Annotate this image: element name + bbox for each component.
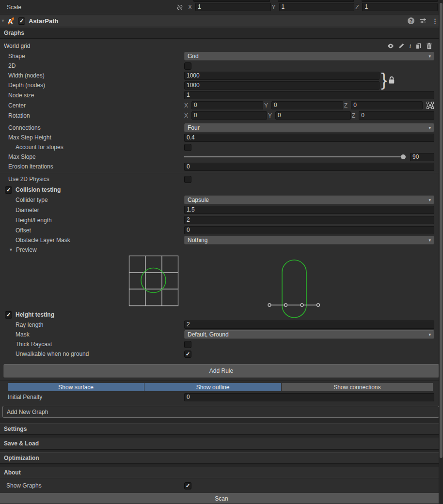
kebab-menu-icon[interactable]: ⋮ [432, 17, 438, 25]
vertical-scrollbar[interactable] [439, 0, 443, 504]
foldout-open-icon[interactable]: ▼ [9, 247, 13, 252]
scale-label: Scale [0, 4, 176, 11]
max-slope-slider-track[interactable] [184, 156, 405, 157]
2d-label: 2D [0, 62, 184, 69]
offset-field[interactable]: 0 [184, 226, 434, 234]
height-length-field[interactable]: 2 [184, 216, 434, 224]
account-for-slopes-checkbox[interactable] [184, 144, 191, 151]
inspector-panel: Scale X 1 Y 1 Z 1 ▼ A ✓ [0, 0, 443, 504]
chevron-down-icon: ▾ [428, 331, 431, 338]
chevron-down-icon: ▾ [428, 236, 431, 244]
unwalkable-checkbox[interactable]: ✓ [184, 351, 191, 358]
max-step-height-field[interactable]: 0.4 [184, 134, 434, 142]
delete-trash-icon[interactable] [426, 43, 432, 49]
about-section-header[interactable]: About [0, 467, 443, 478]
node-size-field[interactable]: 1 [184, 91, 434, 99]
collision-testing-checkbox[interactable]: ✓ [5, 186, 12, 194]
scale-z-field[interactable]: 1 [362, 3, 438, 11]
thick-raycast-label: Thick Raycast [0, 341, 184, 348]
add-rule-label: Add Rule [209, 367, 233, 374]
chevron-down-icon: ▾ [428, 124, 431, 132]
lock-icon[interactable] [388, 76, 395, 84]
scan-button[interactable]: Scan [0, 493, 443, 504]
collider-type-row: Collider type Capsule ▾ [0, 195, 443, 205]
account-for-slopes-label: Account for slopes [0, 144, 184, 151]
collider-type-value: Capsule [188, 196, 209, 204]
link-broken-icon[interactable] [176, 4, 183, 11]
rotation-x-field[interactable]: 0 [191, 111, 267, 120]
presets-icon[interactable] [420, 17, 427, 24]
help-icon[interactable]: ? [408, 17, 414, 24]
depth-field[interactable]: 1000 [184, 81, 380, 90]
thick-raycast-checkbox[interactable] [184, 341, 191, 348]
show-graphs-label: Show Graphs [0, 482, 184, 489]
center-x-field[interactable]: 0 [191, 101, 263, 109]
visibility-eye-icon[interactable] [387, 43, 394, 49]
thick-raycast-row: Thick Raycast [0, 339, 443, 349]
scale-y-field[interactable]: 1 [279, 3, 355, 11]
diameter-field[interactable]: 1.5 [184, 206, 434, 214]
use-2d-physics-row: Use 2D Physics [0, 174, 443, 184]
save-load-section-header[interactable]: Save & Load [0, 438, 443, 449]
brace-glyph: } [381, 70, 387, 90]
add-new-graph-button[interactable]: Add New Graph [2, 406, 439, 418]
max-slope-slider[interactable] [184, 153, 405, 161]
erosion-iterations-field[interactable]: 0 [184, 163, 434, 171]
center-z-field[interactable]: 0 [351, 101, 423, 109]
center-x-label: X [184, 102, 188, 109]
max-slope-field[interactable]: 90 [410, 153, 434, 161]
center-y-field[interactable]: 0 [271, 101, 343, 109]
connections-dropdown[interactable]: Four ▾ [184, 123, 434, 132]
obstacle-layer-mask-row: Obstacle Layer Mask Nothing ▾ [0, 235, 443, 245]
diameter-label: Diameter [0, 207, 184, 214]
graphs-section-header[interactable]: Graphs [0, 27, 443, 39]
show-graphs-row: Show Graphs ✓ [0, 481, 443, 490]
partial-field-above-y [278, 0, 354, 2]
rotation-y-field[interactable]: 0 [275, 111, 351, 120]
chevron-down-icon: ▾ [428, 52, 431, 60]
scale-x-field[interactable]: 1 [195, 3, 271, 11]
add-rule-button[interactable]: Add Rule [3, 364, 439, 378]
scrollbar-thumb[interactable] [440, 3, 443, 458]
save-load-label: Save & Load [4, 440, 39, 447]
show-graphs-checkbox[interactable]: ✓ [184, 482, 191, 489]
max-slope-slider-knob[interactable] [401, 154, 406, 159]
mask-dropdown[interactable]: Default, Ground ▾ [184, 330, 434, 339]
preview-foldout-row[interactable]: ▼ Preview [0, 245, 443, 254]
use-2d-physics-checkbox[interactable] [184, 176, 191, 183]
width-field[interactable]: 1000 [184, 72, 380, 80]
rotation-label: Rotation [0, 112, 184, 119]
show-connections-toggle[interactable]: Show connections [282, 383, 433, 391]
initial-penalty-field[interactable]: 0 [184, 393, 434, 401]
shape-dropdown[interactable]: Grid ▾ [184, 52, 434, 61]
settings-section-header[interactable]: Settings [0, 423, 443, 435]
width-label: Width (nodes) [0, 72, 184, 79]
obstacle-layer-mask-label: Obstacle Layer Mask [0, 237, 184, 244]
depth-row: Depth (nodes) 1000 [0, 80, 443, 90]
graph-name: World grid [0, 43, 30, 49]
2d-checkbox[interactable] [184, 62, 191, 70]
scale-x-label: X [188, 4, 192, 11]
duplicate-icon[interactable] [415, 43, 422, 49]
preview-capsule-outline [282, 260, 306, 318]
collider-type-label: Collider type [0, 197, 184, 203]
shape-label: Shape [0, 53, 184, 60]
ray-length-label: Ray length [0, 321, 184, 328]
component-enabled-checkbox[interactable]: ✓ [18, 17, 25, 25]
show-surface-toggle[interactable]: Show surface [8, 383, 144, 391]
info-icon[interactable]: i [409, 42, 411, 50]
collider-type-dropdown[interactable]: Capsule ▾ [184, 196, 434, 204]
world-grid-header[interactable]: World grid i [0, 39, 443, 51]
component-foldout-icon[interactable]: ▼ [0, 18, 6, 23]
snap-bounds-icon[interactable] [426, 101, 434, 109]
obstacle-layer-mask-dropdown[interactable]: Nothing ▾ [184, 236, 434, 244]
rotation-z-field[interactable]: 0 [359, 111, 434, 120]
offset-label: Offset [0, 227, 184, 234]
transform-scale-row: Scale X 1 Y 1 Z 1 [0, 0, 443, 15]
add-new-graph-label: Add New Graph [7, 409, 48, 415]
edit-pencil-icon[interactable] [398, 43, 405, 49]
optimization-section-header[interactable]: Optimization [0, 452, 443, 464]
show-outline-toggle[interactable]: Show outline [144, 383, 281, 391]
mask-value: Default, Ground [188, 331, 229, 338]
width-depth-link-group: } [381, 70, 395, 90]
